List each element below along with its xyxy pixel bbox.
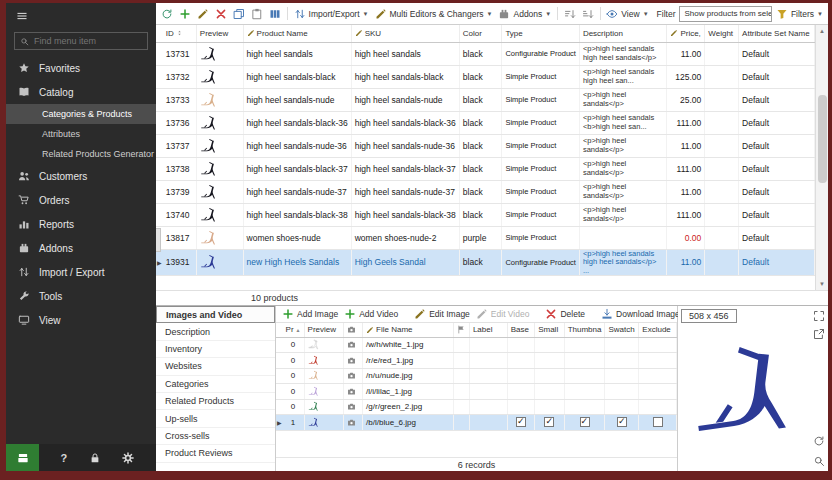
product-row[interactable]: 13736 high heel sandals-black-36high hee…: [156, 111, 815, 134]
sort-asc-button[interactable]: [562, 7, 578, 21]
column-header-attr[interactable]: Attribute Set Name: [739, 25, 815, 42]
product-row[interactable]: 13738 high heel sandals-black-37high hee…: [156, 157, 815, 180]
sidebar-item-catalog[interactable]: Catalog: [6, 80, 156, 104]
image-row[interactable]: 0 /g/r/green_2.jpg: [276, 399, 677, 415]
tab-images-and-video[interactable]: Images and Video: [156, 306, 275, 323]
import-export-menu[interactable]: Import/Export▼: [292, 7, 371, 21]
filters-menu[interactable]: Filters▼: [774, 7, 825, 21]
column-header-sku[interactable]: SKU: [351, 25, 459, 42]
download-image-button[interactable]: Download Image: [601, 308, 680, 320]
product-row[interactable]: 13739 high heel sandals-nude-37high heel…: [156, 180, 815, 203]
image-row[interactable]: 0 /l/i/lilac_1.jpg: [276, 384, 677, 400]
tab-description[interactable]: Description: [156, 323, 275, 340]
sidebar-subitem-categories-products[interactable]: Categories & Products: [6, 104, 156, 124]
edit-video-button[interactable]: Edit Video: [476, 308, 530, 320]
product-row[interactable]: 13731 high heel sandalshigh heel sandals…: [156, 42, 815, 65]
column-header-price[interactable]: Price,: [667, 25, 705, 42]
images-column-file-name[interactable]: File Name: [363, 323, 454, 337]
images-column-swatch[interactable]: Swatch: [605, 323, 639, 337]
column-header-preview[interactable]: Preview: [196, 25, 243, 42]
column-header-type[interactable]: Type: [502, 25, 579, 42]
panel-collapse-handle[interactable]: [156, 228, 161, 252]
sidebar-item-tools[interactable]: Tools: [6, 284, 156, 308]
sidebar-item-favorites[interactable]: Favorites: [6, 56, 156, 80]
multi-editors-menu[interactable]: Multi Editors & Changers▼: [373, 7, 495, 21]
images-column-small[interactable]: Small: [535, 323, 565, 337]
column-header-weight[interactable]: Weight: [705, 25, 739, 42]
images-column-base[interactable]: Base: [507, 323, 535, 337]
image-row[interactable]: 0 /n/u/nude.jpg: [276, 368, 677, 384]
edit-image-button[interactable]: Edit Image: [414, 308, 470, 320]
sidebar-item-view[interactable]: View: [6, 308, 156, 332]
edit-button[interactable]: [195, 7, 211, 21]
sidebar-search[interactable]: [14, 32, 148, 50]
open-external-icon[interactable]: [813, 328, 825, 340]
column-header-id[interactable]: ID: [163, 25, 197, 42]
add-button[interactable]: [177, 7, 193, 21]
view-menu[interactable]: View▼: [604, 7, 650, 21]
product-row[interactable]: ▶13931 new High Heels SandalsHigh Geels …: [156, 249, 815, 276]
column-header-color[interactable]: Color: [459, 25, 502, 42]
tab-cross-sells[interactable]: Cross-sells: [156, 428, 275, 445]
column-header-description[interactable]: Description: [579, 25, 666, 42]
scroll-up-icon[interactable]: ▲: [819, 25, 825, 37]
add-video-button[interactable]: Add Video: [344, 308, 398, 320]
fullscreen-icon[interactable]: [813, 310, 825, 322]
tab-categories[interactable]: Categories: [156, 376, 275, 393]
category-filter-select[interactable]: Show products from selected categories▼: [679, 6, 771, 22]
paste-button[interactable]: [249, 7, 265, 21]
images-column-flag[interactable]: [453, 323, 469, 337]
base-checkbox[interactable]: [516, 417, 526, 427]
images-column-thumbnail[interactable]: Thumbna: [564, 323, 605, 337]
menu-button[interactable]: [6, 3, 156, 29]
exclude-checkbox[interactable]: [653, 417, 663, 427]
image-row[interactable]: 0 /w/h/white_1.jpg: [276, 337, 677, 353]
rotate-icon[interactable]: [813, 435, 825, 447]
image-row[interactable]: 0 /r/e/red_1.jpg: [276, 353, 677, 369]
help-button[interactable]: ?: [61, 452, 68, 464]
add-image-button[interactable]: Add Image: [282, 308, 338, 320]
sidebar-subitem-related-products-generator[interactable]: Related Products Generator: [6, 144, 156, 164]
store-button[interactable]: [6, 444, 39, 471]
delete-button[interactable]: [213, 7, 229, 21]
sidebar-item-addons[interactable]: Addons: [6, 236, 156, 260]
product-row[interactable]: 13733 high heel sandals-nudehigh heel sa…: [156, 88, 815, 111]
lock-icon[interactable]: [89, 452, 101, 464]
thumbnail-checkbox[interactable]: [580, 417, 590, 427]
swatch-checkbox[interactable]: [617, 417, 627, 427]
images-column-position[interactable]: Pr▲: [283, 323, 304, 337]
menu-search-input[interactable]: [34, 36, 142, 46]
sidebar-item-import-export[interactable]: Import / Export: [6, 260, 156, 284]
product-row[interactable]: 13732 high heel sandals-blackhigh heel s…: [156, 65, 815, 88]
sidebar-item-customers[interactable]: Customers: [6, 164, 156, 188]
image-row[interactable]: ▶1 /b/l/blue_6.jpg: [276, 415, 677, 431]
scroll-thumb[interactable]: [818, 95, 827, 183]
images-column-exclude[interactable]: Exclude: [639, 323, 677, 337]
copy-button[interactable]: [231, 7, 247, 21]
images-column-label[interactable]: Label: [469, 323, 507, 337]
grid-scrollbar[interactable]: ▲ ▼: [815, 25, 828, 290]
refresh-button[interactable]: [159, 7, 175, 21]
delete-button[interactable]: Delete: [545, 308, 585, 320]
images-column-camera[interactable]: [343, 323, 362, 337]
tab-product-reviews[interactable]: Product Reviews: [156, 445, 275, 462]
product-row[interactable]: 13737 high heel sandals-nude-36high heel…: [156, 134, 815, 157]
product-row[interactable]: 13817 women shoes-nudewomen shoes-nude-2…: [156, 226, 815, 249]
product-row[interactable]: 13740 high heel sandals-black-38high hee…: [156, 203, 815, 226]
gear-icon[interactable]: [122, 452, 134, 464]
tab-websites[interactable]: Websites: [156, 358, 275, 375]
images-column-preview[interactable]: Preview: [304, 323, 343, 337]
small-checkbox[interactable]: [544, 417, 554, 427]
tab-inventory[interactable]: Inventory: [156, 341, 275, 358]
column-header-name[interactable]: Product Name: [243, 25, 351, 42]
sidebar-item-reports[interactable]: Reports: [6, 212, 156, 236]
zoom-icon[interactable]: [813, 455, 825, 467]
scroll-down-icon[interactable]: ▼: [819, 278, 825, 290]
tab-up-sells[interactable]: Up-sells: [156, 410, 275, 427]
sidebar-subitem-attributes[interactable]: Attributes: [6, 124, 156, 144]
sort-desc-button[interactable]: [580, 7, 596, 21]
sidebar-item-orders[interactable]: Orders: [6, 188, 156, 212]
addons-menu[interactable]: Addons▼: [496, 7, 553, 21]
tab-related-products[interactable]: Related Products: [156, 393, 275, 410]
columns-button[interactable]: [267, 7, 283, 21]
